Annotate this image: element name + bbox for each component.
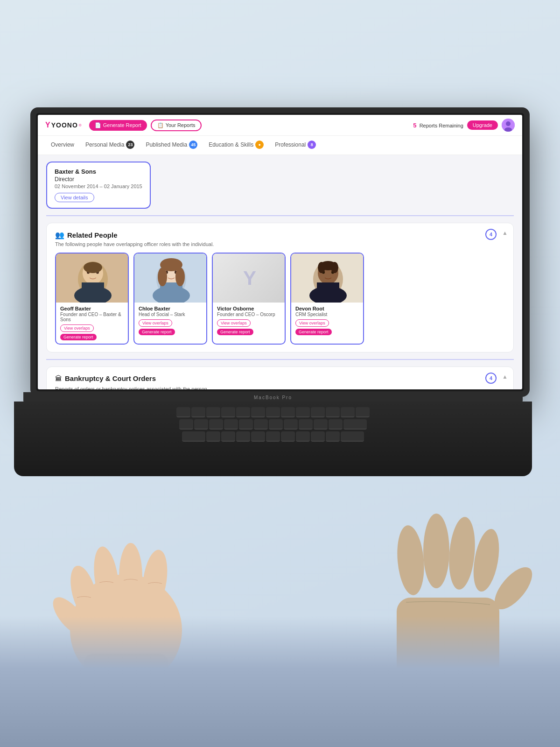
key-semicolon[interactable] xyxy=(314,419,328,430)
nav-right: 5 Reports Remaining Upgrade xyxy=(413,119,515,132)
company-card: Baxter & Sons Director 02 November 2014 … xyxy=(46,162,151,209)
key-z[interactable] xyxy=(206,431,220,442)
svg-point-40 xyxy=(395,524,427,596)
key-y[interactable] xyxy=(251,407,265,417)
tab-overview[interactable]: Overview xyxy=(45,137,80,154)
key-enter[interactable] xyxy=(343,419,367,430)
key-s[interactable] xyxy=(194,419,208,430)
keyboard-row-1 xyxy=(33,407,513,417)
tab-overview-label: Overview xyxy=(51,141,74,148)
devon-actions: View overlaps Generate report xyxy=(295,319,359,335)
key-u[interactable] xyxy=(266,407,280,417)
upgrade-button[interactable]: Upgrade xyxy=(467,120,498,130)
key-j[interactable] xyxy=(269,419,283,430)
key-q[interactable] xyxy=(176,407,190,417)
geoff-name: Geoff Baxter xyxy=(60,306,124,311)
key-n[interactable] xyxy=(281,431,295,442)
devon-photo xyxy=(291,254,364,303)
key-backslash[interactable] xyxy=(356,407,370,417)
key-f[interactable] xyxy=(224,419,238,430)
related-people-section: 4 ▲ 👥 Related People The following peopl… xyxy=(46,223,514,352)
victor-generate-report[interactable]: Generate report xyxy=(217,329,253,335)
bankruptcy-chevron[interactable]: ▲ xyxy=(502,374,508,380)
key-b[interactable] xyxy=(266,431,280,442)
key-i[interactable] xyxy=(281,407,295,417)
geoff-generate-report[interactable]: Generate report xyxy=(60,334,97,340)
devon-generate-report[interactable]: Generate report xyxy=(295,329,332,335)
key-t[interactable] xyxy=(236,407,250,417)
your-reports-button[interactable]: 📋 Your Reports xyxy=(151,120,202,131)
company-role: Director xyxy=(55,176,142,183)
bankruptcy-desc1: Reports of orders or bankruptcy notices … xyxy=(55,385,505,389)
key-k[interactable] xyxy=(284,419,298,430)
svg-point-42 xyxy=(446,516,477,591)
victor-info: Victor Osborne Founder and CEO – Oscorp … xyxy=(213,303,285,338)
logo-text: YOONO xyxy=(51,121,78,129)
tab-published-media[interactable]: Published Media 45 xyxy=(140,136,203,155)
key-shift-l[interactable] xyxy=(182,431,205,442)
desk-surface xyxy=(0,616,560,747)
main-content[interactable]: Baxter & Sons Director 02 November 2014 … xyxy=(38,155,522,389)
top-nav: Y YOONO ® 📄 Generate Report 📋 Your Repor… xyxy=(38,115,522,136)
victor-actions: View overlaps Generate report xyxy=(217,319,280,335)
key-g[interactable] xyxy=(239,419,253,430)
key-h[interactable] xyxy=(254,419,268,430)
chloe-info: Chloe Baxter Head of Social – Stark View… xyxy=(134,303,206,338)
devon-view-overlaps[interactable]: View overlaps xyxy=(295,319,329,327)
victor-role: Founder and CEO – Oscorp xyxy=(217,312,280,317)
key-r[interactable] xyxy=(221,407,235,417)
victor-watermark: Y xyxy=(243,267,256,289)
bankruptcy-section: 4 ▲ 🏛 Bankruptcy & Court Orders Reports … xyxy=(46,366,514,389)
key-d[interactable] xyxy=(209,419,223,430)
key-quote[interactable] xyxy=(329,419,343,430)
screen-bezel: Y YOONO ® 📄 Generate Report 📋 Your Repor… xyxy=(36,113,524,391)
related-people-desc: The following people have overlapping of… xyxy=(55,241,505,247)
victor-view-overlaps[interactable]: View overlaps xyxy=(217,319,251,327)
key-a[interactable] xyxy=(179,419,193,430)
chloe-generate-report[interactable]: Generate report xyxy=(139,329,175,335)
key-w[interactable] xyxy=(191,407,205,417)
tab-personal-media-label: Personal Media xyxy=(85,141,124,148)
key-v[interactable] xyxy=(251,431,265,442)
generate-report-button[interactable]: 📄 Generate Report xyxy=(89,120,147,131)
svg-point-1 xyxy=(506,121,511,126)
personal-media-badge: 23 xyxy=(126,141,134,149)
key-e[interactable] xyxy=(206,407,220,417)
geoff-view-overlaps[interactable]: View overlaps xyxy=(60,324,94,332)
chloe-view-overlaps[interactable]: View overlaps xyxy=(139,319,172,327)
key-bracket-l[interactable] xyxy=(326,407,340,417)
key-shift-r[interactable] xyxy=(341,431,364,442)
geoff-role: Founder and CEO – Baxter & Sons xyxy=(60,312,124,322)
bankruptcy-title: Bankruptcy & Court Orders xyxy=(65,374,156,382)
devon-info: Devon Root CRM Specialist View overlaps … xyxy=(291,303,363,338)
geoff-photo xyxy=(56,254,129,303)
key-l[interactable] xyxy=(299,419,313,430)
key-o[interactable] xyxy=(296,407,310,417)
person-card-geoff: Geoff Baxter Founder and CEO – Baxter & … xyxy=(55,253,129,345)
avatar xyxy=(502,119,515,132)
tab-personal-media[interactable]: Personal Media 23 xyxy=(80,136,140,155)
laptop-body: Y YOONO ® 📄 Generate Report 📋 Your Repor… xyxy=(30,107,530,397)
person-card-chloe: Chloe Baxter Head of Social – Stark View… xyxy=(133,253,207,345)
bankruptcy-icon: 🏛 xyxy=(55,374,62,382)
key-bracket-r[interactable] xyxy=(341,407,355,417)
tab-education-skills[interactable]: Education & Skills ● xyxy=(203,136,269,155)
person-card-victor: Y Victor Osborne Founder and CEO – Oscor… xyxy=(212,253,286,345)
view-details-button[interactable]: View details xyxy=(55,193,94,202)
key-p[interactable] xyxy=(311,407,325,417)
key-m[interactable] xyxy=(296,431,310,442)
related-people-chevron[interactable]: ▲ xyxy=(502,230,508,236)
person-card-devon: Devon Root CRM Specialist View overlaps … xyxy=(290,253,364,345)
tab-professional[interactable]: Professional 8 xyxy=(269,136,322,155)
macbook-label: MacBook Pro xyxy=(254,395,292,400)
key-x[interactable] xyxy=(221,431,235,442)
key-comma[interactable] xyxy=(311,431,325,442)
people-grid: Geoff Baxter Founder and CEO – Baxter & … xyxy=(55,253,505,345)
key-period[interactable] xyxy=(326,431,340,442)
screen-content: Y YOONO ® 📄 Generate Report 📋 Your Repor… xyxy=(38,115,522,389)
logo-trademark: ® xyxy=(79,123,82,127)
devon-role: CRM Specialist xyxy=(295,312,359,317)
keyboard-row-2 xyxy=(33,419,513,430)
tab-education-skills-label: Education & Skills xyxy=(209,141,253,148)
key-c[interactable] xyxy=(236,431,250,442)
